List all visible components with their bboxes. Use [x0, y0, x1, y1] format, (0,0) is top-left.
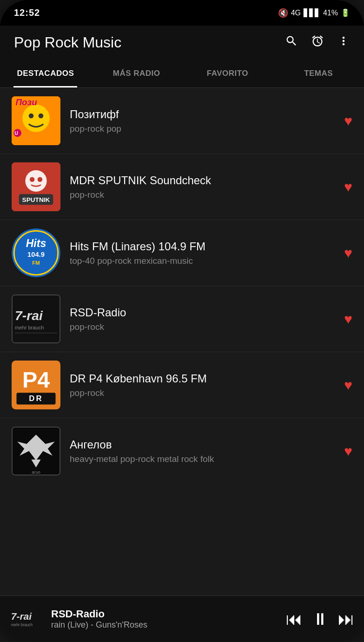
list-item[interactable]: P4 DR DR P4 København 96.5 FM pop-rock ♥: [0, 352, 364, 418]
phone-frame: 12:52 🔇 4G ▋▋▋ 41% 🔋 Pop Rock Music: [0, 0, 364, 642]
prev-button[interactable]: ⏮: [286, 609, 303, 629]
svg-text:P4: P4: [22, 367, 50, 392]
station-tags: pop-rock: [70, 190, 339, 200]
search-icon[interactable]: [285, 34, 298, 51]
station-tags: pop-rock: [70, 322, 339, 332]
favorite-button[interactable]: ♥: [344, 443, 352, 459]
alarm-icon[interactable]: [311, 34, 324, 51]
list-item[interactable]: Hits 104.9 FM Hits FM (Linares) 104.9 FM…: [0, 220, 364, 286]
station-info: Ангелов heavy-metal pop-rock metal rock …: [70, 438, 339, 464]
now-playing-info: RSD-Radio rain (Live) - Guns'n'Roses: [51, 608, 286, 630]
battery-icon: 🔋: [341, 8, 350, 17]
station-info: RSD-Radio pop-rock: [70, 306, 339, 332]
radio-list: Пози U Позитифf pop-rock pop ♥: [0, 88, 364, 595]
tab-temas[interactable]: TEMAS: [273, 60, 364, 87]
svg-point-2: [29, 114, 34, 119]
next-button[interactable]: ⏭: [338, 609, 355, 629]
mute-icon: 🔇: [278, 8, 288, 18]
favorite-button[interactable]: ♥: [344, 179, 352, 195]
svg-text:U: U: [14, 130, 18, 136]
station-name: Hits FM (Linares) 104.9 FM: [70, 240, 339, 253]
status-bar: 12:52 🔇 4G ▋▋▋ 41% 🔋: [0, 0, 364, 26]
signal-bars-icon: ▋▋▋: [304, 8, 320, 17]
station-info: MDR SPUTNIK Soundcheck pop-rock: [70, 174, 339, 200]
favorite-button[interactable]: ♥: [344, 113, 352, 129]
svg-text:Пози: Пози: [15, 97, 37, 107]
station-tags: heavy-metal pop-rock metal rock folk: [70, 454, 339, 464]
station-name: MDR SPUTNIK Soundcheck: [70, 174, 339, 187]
status-time: 12:52: [14, 7, 40, 18]
station-info: DR P4 København 96.5 FM pop-rock: [70, 372, 339, 398]
nav-icons: [285, 34, 350, 51]
top-nav: Pop Rock Music: [0, 26, 364, 60]
svg-text:mehr brauch: mehr brauch: [15, 325, 44, 330]
list-item[interactable]: Пози U Позитифf pop-rock pop ♥: [0, 88, 364, 154]
favorite-button[interactable]: ♥: [344, 311, 352, 327]
svg-point-1: [22, 105, 50, 132]
player-controls: ⏮ ⏸ ⏭: [286, 609, 355, 629]
list-item[interactable]: SPUTNIK MDR SPUTNIK Soundcheck pop-rock …: [0, 154, 364, 220]
station-logo-rsd: 7-rai mehr brauch: [12, 294, 60, 343]
station-logo-pozitiff: Пози U: [12, 96, 60, 145]
station-name: DR P4 København 96.5 FM: [70, 372, 339, 385]
svg-point-10: [38, 177, 43, 182]
station-name: Ангелов: [70, 438, 339, 451]
now-playing-logo: 7-rai mehr brauch: [9, 602, 44, 636]
favorite-button[interactable]: ♥: [344, 377, 352, 393]
svg-text:DR: DR: [29, 394, 43, 403]
station-info: Hits FM (Linares) 104.9 FM top-40 pop-ro…: [70, 240, 339, 266]
more-menu-icon[interactable]: [337, 34, 350, 51]
svg-text:SPUTNIK: SPUTNIK: [22, 196, 50, 203]
svg-text:7-rai: 7-rai: [11, 611, 33, 622]
svg-point-3: [39, 114, 44, 119]
now-playing-bar: 7-rai mehr brauch RSD-Radio rain (Live) …: [0, 595, 364, 642]
station-info: Позитифf pop-rock pop: [70, 108, 339, 134]
app-title: Pop Rock Music: [14, 34, 121, 51]
station-logo-angeov: агuо: [12, 427, 60, 475]
svg-text:Hits: Hits: [26, 237, 46, 249]
station-logo-p4: P4 DR: [12, 361, 60, 409]
list-item[interactable]: агuо Ангелов heavy-metal pop-rock metal …: [0, 418, 364, 484]
station-tags: pop-rock: [70, 388, 339, 398]
battery-label: 41%: [323, 9, 338, 17]
list-item[interactable]: 7-rai mehr brauch RSD-Radio pop-rock ♥: [0, 286, 364, 352]
tabs-bar: DESTACADOS MÁS RADIO FAVORITO TEMAS: [0, 60, 364, 88]
station-logo-mdr: SPUTNIK: [12, 162, 60, 211]
favorite-button[interactable]: ♥: [344, 245, 352, 261]
now-playing-track: rain (Live) - Guns'n'Roses: [51, 620, 286, 630]
svg-text:7-rai: 7-rai: [15, 308, 43, 323]
tab-mas-radio[interactable]: MÁS RADIO: [91, 60, 182, 87]
station-logo-hits: Hits 104.9 FM: [12, 228, 60, 277]
svg-text:mehr brauch: mehr brauch: [11, 623, 33, 627]
signal-label: 4G: [291, 9, 301, 17]
station-name: RSD-Radio: [70, 306, 339, 319]
status-right: 🔇 4G ▋▋▋ 41% 🔋: [278, 8, 350, 18]
station-tags: pop-rock pop: [70, 124, 339, 134]
station-tags: top-40 pop-rock mexican-music: [70, 256, 339, 266]
svg-text:агuо: агuо: [32, 470, 40, 475]
svg-point-9: [30, 177, 35, 182]
tab-destacados[interactable]: DESTACADOS: [0, 60, 91, 87]
tab-favorito[interactable]: FAVORITO: [182, 60, 273, 87]
station-name: Позитифf: [70, 108, 339, 121]
svg-point-8: [25, 170, 46, 192]
svg-text:104.9: 104.9: [27, 251, 45, 258]
now-playing-station: RSD-Radio: [51, 608, 286, 620]
pause-button[interactable]: ⏸: [312, 609, 329, 629]
svg-text:FM: FM: [32, 260, 40, 266]
